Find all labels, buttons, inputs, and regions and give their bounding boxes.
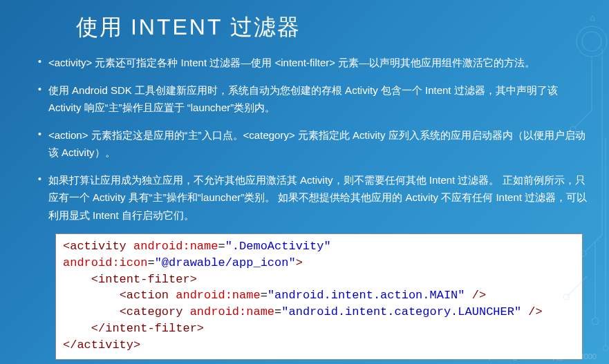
code-token: "android.intent.action.MAIN" <box>268 289 465 302</box>
code-token: = <box>274 305 281 318</box>
svg-point-3 <box>581 251 586 256</box>
code-token: android:name <box>127 240 218 253</box>
bullet-marker: • <box>38 54 41 72</box>
bullet-item: • <activity> 元素还可指定各种 Intent 过滤器—使用 <int… <box>38 54 588 72</box>
watermark-url: https://blog.csdn.net/qq_33608000 <box>480 352 597 361</box>
code-token: android:name <box>169 289 261 302</box>
code-token: > <box>296 256 303 269</box>
bullet-marker: • <box>38 82 41 117</box>
code-block: <activity android:name=".DemoActivity" a… <box>55 233 583 360</box>
code-token: android:name <box>182 305 274 318</box>
code-token: android:icon <box>63 256 147 269</box>
svg-point-4 <box>592 318 599 325</box>
circuit-decoration <box>526 0 609 364</box>
bullet-item: • 使用 Android SDK 工具创建新应用时，系统自动为您创建的存根 Ac… <box>38 82 588 117</box>
code-token: "@drawable/app_icon" <box>155 256 296 269</box>
svg-point-1 <box>582 32 601 51</box>
title-prefix: 使用 <box>76 15 131 39</box>
code-token: <intent-filter> <box>63 273 197 286</box>
bullet-item: • <action> 元素指定这是应用的“主”入口点。<category> 元素… <box>38 126 588 162</box>
bullet-text: 使用 Android SDK 工具创建新应用时，系统自动为您创建的存根 Acti… <box>48 82 588 117</box>
code-token: <activity <box>63 240 127 253</box>
bullet-text: <action> 元素指定这是应用的“主”入口点。<category> 元素指定… <box>48 126 588 162</box>
code-token: = <box>218 240 225 253</box>
title-suffix: 过滤器 <box>223 15 301 39</box>
code-token: </activity> <box>63 338 140 352</box>
slide-title: 使用 INTENT 过滤器 <box>0 0 609 48</box>
bullet-text: 如果打算让应用成为独立应用，不允许其他应用激活其 Activity，则不需要任何… <box>48 171 588 224</box>
watermark-logo: ⌂ <box>590 12 595 23</box>
code-token <box>63 289 120 302</box>
code-token: ".DemoActivity" <box>225 240 331 253</box>
content-area: • <activity> 元素还可指定各种 Intent 过滤器—使用 <int… <box>0 48 609 360</box>
title-intent: INTENT <box>131 15 223 39</box>
svg-point-2 <box>570 126 576 132</box>
svg-point-6 <box>603 345 608 351</box>
code-token: = <box>261 289 268 302</box>
bullet-item: • 如果打算让应用成为独立应用，不允许其他应用激活其 Activity，则不需要… <box>38 171 588 224</box>
svg-point-5 <box>563 294 569 300</box>
bullet-marker: • <box>38 171 41 224</box>
bullet-marker: • <box>38 126 41 162</box>
code-token: <action <box>120 289 169 302</box>
code-token: /> <box>465 289 487 302</box>
code-token: <category <box>120 305 183 318</box>
bullet-text: <activity> 元素还可指定各种 Intent 过滤器—使用 <inten… <box>48 54 588 72</box>
code-token: </intent-filter> <box>63 322 204 335</box>
code-token: = <box>147 256 154 269</box>
code-token <box>63 305 120 318</box>
code-token: "android.intent.category.LAUNCHER" <box>281 305 521 318</box>
